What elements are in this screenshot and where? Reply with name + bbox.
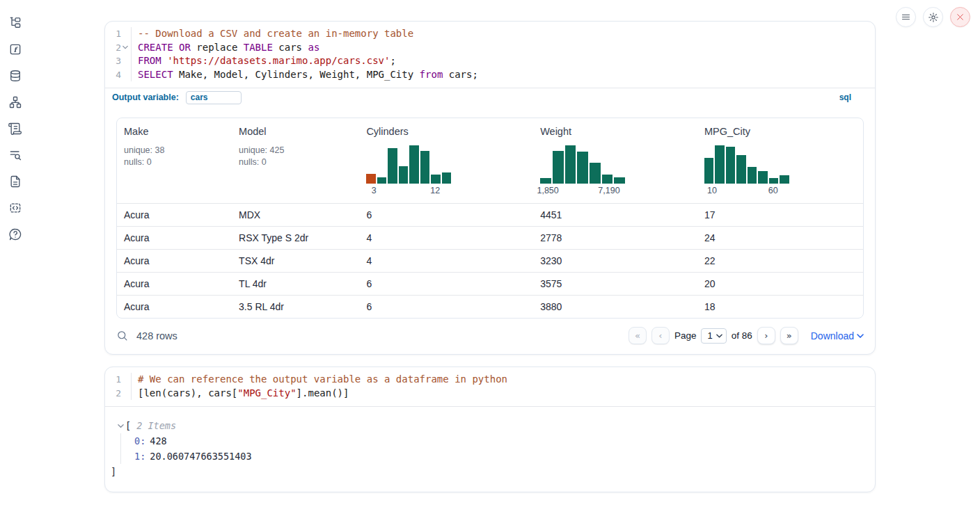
search-icon[interactable] bbox=[116, 330, 128, 341]
axis-max-label: 12 bbox=[430, 186, 440, 195]
sql-code-editor[interactable]: 1-- Download a CSV and create an in-memo… bbox=[105, 22, 875, 88]
code-line[interactable]: 2[len(cars), cars["MPG_City"].mean()] bbox=[105, 387, 875, 401]
histogram-bar bbox=[748, 167, 757, 184]
table-cell: 20 bbox=[697, 272, 863, 295]
tree-entry: 0:428 bbox=[134, 433, 875, 449]
histogram-bar bbox=[758, 171, 768, 183]
histogram-bar bbox=[377, 177, 387, 184]
notebook-controls bbox=[896, 7, 970, 27]
pagination: « ‹ Page 1 of 86 › » bbox=[629, 327, 798, 344]
table-cell: 4451 bbox=[533, 203, 697, 226]
table-cell: 4 bbox=[359, 226, 533, 249]
column-header-mpg-city[interactable]: MPG_City 1060 bbox=[697, 118, 863, 203]
code-line[interactable]: 2CREATE OR replace TABLE cars as bbox=[105, 41, 875, 55]
column-header-model[interactable]: Model unique: 425 nulls: 0 bbox=[232, 118, 359, 203]
dependency-graph-icon[interactable] bbox=[8, 95, 23, 110]
notebook: 1-- Download a CSV and create an in-memo… bbox=[104, 0, 876, 492]
left-sidebar: f bbox=[0, 0, 31, 507]
page-label: Page bbox=[674, 330, 697, 341]
chevron-down-icon bbox=[118, 424, 124, 428]
close-icon[interactable] bbox=[950, 7, 970, 27]
code-line[interactable]: 1# We can reference the output variable … bbox=[105, 373, 875, 387]
table-row[interactable]: Acura3.5 RL 4dr6388018 bbox=[117, 295, 863, 318]
functions-icon[interactable]: f bbox=[8, 42, 23, 57]
datasources-icon[interactable] bbox=[8, 68, 23, 83]
histogram-bar bbox=[431, 175, 441, 183]
table-cell: 24 bbox=[697, 226, 863, 249]
output-variable-input[interactable] bbox=[186, 91, 242, 104]
language-badge[interactable]: sql bbox=[839, 92, 851, 102]
code-line[interactable]: 3FROM 'https://datasets.marimo.app/cars.… bbox=[105, 54, 875, 68]
weight-histogram: 1,8507,190 bbox=[540, 145, 625, 196]
row-count: 428 rows bbox=[136, 330, 177, 341]
table-cell: 3230 bbox=[533, 249, 697, 272]
line-number: 1 bbox=[105, 373, 132, 387]
last-page-button[interactable]: » bbox=[780, 327, 798, 344]
prev-page-button[interactable]: ‹ bbox=[651, 327, 670, 344]
snippets-icon[interactable] bbox=[8, 200, 23, 216]
python-code-editor[interactable]: 1# We can reference the output variable … bbox=[105, 367, 875, 406]
histogram-bar bbox=[780, 175, 789, 184]
file-explorer-icon[interactable] bbox=[8, 15, 23, 31]
histogram-bar bbox=[590, 163, 601, 184]
histogram-bar bbox=[704, 158, 714, 183]
tree-close-bracket: ] bbox=[111, 464, 875, 479]
scratchpad-scroll-icon[interactable] bbox=[8, 121, 23, 136]
table-row[interactable]: AcuraMDX6445117 bbox=[117, 203, 863, 226]
table-cell: 6 bbox=[359, 295, 533, 318]
table-row[interactable]: AcuraTL 4dr6357520 bbox=[117, 272, 863, 295]
histogram-bar bbox=[540, 178, 551, 184]
result-table-panel: Make unique: 38 nulls: 0 Model bbox=[116, 118, 864, 319]
table-row[interactable]: AcuraRSX Type S 2dr4277824 bbox=[117, 226, 863, 249]
table-row[interactable]: AcuraTSX 4dr4323022 bbox=[117, 249, 863, 272]
documentation-icon[interactable] bbox=[8, 174, 23, 189]
histogram-bar bbox=[769, 178, 779, 184]
output-variable-label: Output variable: bbox=[112, 92, 179, 102]
mpg-city-histogram: 1060 bbox=[704, 145, 789, 196]
table-cell: Acura bbox=[117, 295, 232, 318]
table-cell: TSX 4dr bbox=[232, 249, 359, 272]
table-cell: RSX Type S 2dr bbox=[232, 226, 359, 249]
menu-icon[interactable] bbox=[896, 7, 916, 27]
cylinders-histogram: 312 bbox=[366, 145, 451, 196]
make-nulls: nulls: 0 bbox=[124, 157, 152, 167]
tree-items-count: 2 Items bbox=[136, 418, 176, 433]
line-number: 1 bbox=[105, 27, 132, 41]
histogram-bar bbox=[565, 145, 576, 184]
table-footer: 428 rows « ‹ Page 1 of 86 › » Download bbox=[105, 319, 875, 354]
table-cell: 2778 bbox=[533, 226, 697, 249]
axis-max-label: 60 bbox=[768, 186, 778, 195]
line-number: 3 bbox=[105, 54, 132, 68]
column-header-cylinders[interactable]: Cylinders 312 bbox=[359, 118, 533, 203]
table-cell: 18 bbox=[697, 295, 863, 318]
sql-cell: 1-- Download a CSV and create an in-memo… bbox=[104, 21, 876, 355]
line-number: 4 bbox=[105, 68, 132, 82]
python-cell: 1# We can reference the output variable … bbox=[104, 367, 876, 492]
line-number: 2 bbox=[105, 387, 132, 401]
page-select[interactable]: 1 bbox=[701, 328, 726, 344]
histogram-bar bbox=[577, 152, 588, 183]
histogram-bar bbox=[388, 148, 397, 183]
code-line[interactable]: 4SELECT Make, Model, Cylinders, Weight, … bbox=[105, 68, 875, 82]
model-nulls: nulls: 0 bbox=[239, 157, 267, 167]
download-button[interactable]: Download bbox=[811, 330, 864, 341]
first-page-button[interactable]: « bbox=[629, 327, 647, 344]
tree-root[interactable]: [ 2 Items bbox=[118, 418, 875, 433]
table-cell: 6 bbox=[359, 203, 533, 226]
column-header-weight[interactable]: Weight 1,8507,190 bbox=[533, 118, 697, 203]
sql-output: Make unique: 38 nulls: 0 Model bbox=[105, 118, 875, 354]
help-icon[interactable] bbox=[8, 227, 23, 242]
make-unique: unique: 38 bbox=[124, 145, 164, 155]
output-variable-bar: Output variable: sql bbox=[105, 88, 875, 106]
logs-search-icon[interactable] bbox=[8, 147, 23, 163]
column-header-make[interactable]: Make unique: 38 nulls: 0 bbox=[117, 118, 232, 203]
python-output-tree: [ 2 Items 0:4281:20.060747663551403 ] bbox=[105, 406, 875, 492]
result-table: Make unique: 38 nulls: 0 Model bbox=[117, 118, 863, 318]
code-line[interactable]: 1-- Download a CSV and create an in-memo… bbox=[105, 27, 875, 41]
table-cell: 22 bbox=[697, 249, 863, 272]
next-page-button[interactable]: › bbox=[757, 327, 775, 344]
tree-entry: 1:20.060747663551403 bbox=[134, 449, 875, 464]
histogram-bar bbox=[602, 175, 613, 184]
histogram-bar bbox=[736, 155, 746, 184]
gear-icon[interactable] bbox=[923, 7, 943, 27]
